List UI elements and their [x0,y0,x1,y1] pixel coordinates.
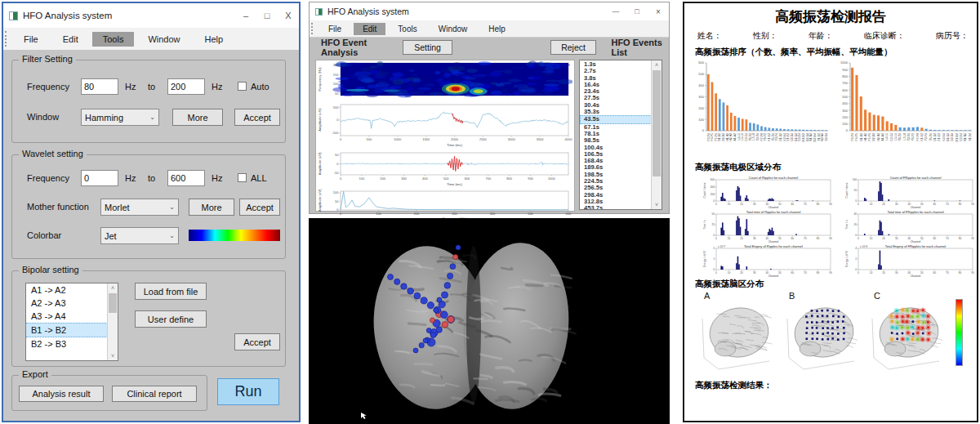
svg-text:F1-F2: F1-F2 [911,133,915,141]
filter-freq-to-input[interactable] [167,78,205,95]
electrode-dot [812,337,814,340]
events-list-scrollbar[interactable]: ˄ ˅ [651,60,662,209]
wavelet-freq-to-input[interactable] [167,170,205,186]
svg-text:10: 10 [870,203,873,206]
scroll-up-icon[interactable]: ˄ [108,283,118,292]
bipolar-channel-list[interactable]: A1 -> A2A2 -> A3A3 -> A4B1 -> B2B2 -> B3… [25,283,118,361]
bipolar-channel-item[interactable]: A2 -> A3 [26,297,108,310]
filter-freq-from-input[interactable] [81,78,118,95]
hfo-event-item[interactable]: 35.3s [580,109,652,115]
user-define-button[interactable]: User define [135,310,207,328]
setting-button[interactable]: Setting [403,40,452,55]
run-button[interactable]: Run [217,378,279,405]
clinical-report-button[interactable]: Clinical report [112,386,197,402]
bipolar-accept-button[interactable]: Accept [234,333,280,350]
scroll-down-icon[interactable]: ˅ [652,200,662,209]
window-select[interactable]: Hamming⌄ [81,109,159,126]
svg-text:400: 400 [842,101,848,105]
scroll-up-icon[interactable]: ˄ [652,60,662,69]
wavelet-freq-from-input[interactable] [81,170,118,186]
scrollbar-thumb[interactable] [109,293,117,313]
electrode-dot [816,310,818,312]
brain-thumb-heatmap [864,294,947,373]
section-result-header: 高频振荡检测结果： [695,380,773,391]
titlebar[interactable]: HFO Analysis system – □ X [3,3,299,29]
chevron-down-icon: ⌄ [169,203,175,211]
svg-text:Amplitude (uV): Amplitude (uV) [318,109,322,132]
menu-item-help[interactable]: Help [194,32,234,47]
svg-text:50: 50 [920,271,924,274]
bipolar-channel-item[interactable]: B2 -> B3 [26,337,108,350]
svg-text:L5-L6: L5-L6 [894,133,898,141]
bipolar-list-scrollbar[interactable]: ˄ ˅ [107,283,118,360]
svg-text:600: 600 [710,178,715,181]
svg-text:1000: 1000 [840,60,849,65]
bipolar-channel-item[interactable]: A1 -> A2 [26,283,108,297]
brain-3d-view[interactable] [309,218,670,424]
frequency-label: Frequency [27,173,69,183]
svg-text:Channel: Channel [768,240,779,243]
menu-item-window[interactable]: Window [430,23,477,35]
electrode-dot [811,327,813,329]
svg-text:50: 50 [920,203,924,206]
svg-text:70: 70 [804,237,807,240]
svg-text:20: 20 [882,203,885,206]
mother-function-select[interactable]: Morlet⌄ [100,199,179,216]
svg-text:S1-S2: S1-S2 [817,133,821,141]
minimize-icon[interactable]: – [235,11,256,20]
load-from-file-button[interactable]: Load from file [135,283,207,300]
bar [864,109,866,131]
svg-text:70: 70 [946,203,949,206]
wavelet-accept-button[interactable]: Accept [239,199,280,216]
scrollbar-thumb[interactable] [653,70,661,176]
electrode-dot [831,333,834,335]
all-checkbox[interactable] [238,173,247,182]
svg-text:N1-N2: N1-N2 [809,133,813,141]
menu-item-edit[interactable]: Edit [354,23,385,35]
hfo-events-list[interactable]: 1.3s2.7s3.8s16.4s23.4s27.5s30.4s35.3s43.… [579,60,662,210]
bar [791,129,793,131]
bar [960,130,962,131]
analysis-result-button[interactable]: Analysis result [19,386,104,402]
menu-item-tools[interactable]: Tools [389,23,425,35]
menu-item-help[interactable]: Help [479,23,514,35]
bipolar-channel-item[interactable]: B1 -> B2 [26,323,108,337]
bar [753,123,755,131]
svg-text:80: 80 [817,271,820,274]
close-icon[interactable]: × [648,7,669,16]
hz-label: Hz [125,173,136,183]
minimize-icon[interactable]: — [605,7,626,16]
scroll-down-icon[interactable]: ˅ [108,351,118,360]
svg-text:400: 400 [490,212,496,216]
reject-button[interactable]: Reject [550,40,597,55]
wavelet-more-button[interactable]: More [189,199,234,216]
electrode-contact [450,264,456,270]
filter-accept-button[interactable]: Accept [234,109,280,126]
bipolar-channel-item[interactable]: A3 -> A4 [26,310,108,323]
hfo-event-item[interactable]: 453.7s [580,205,652,210]
svg-text:F1-F2: F1-F2 [764,133,767,141]
maximize-icon[interactable]: □ [626,7,648,16]
window-title: HFO Analysis system [327,7,409,16]
menu-item-edit[interactable]: Edit [52,32,89,47]
auto-checkbox[interactable] [238,82,247,91]
svg-text:80: 80 [959,271,962,274]
menu-item-window[interactable]: Window [137,32,190,47]
svg-text:-50: -50 [334,171,340,175]
colorbar-select[interactable]: Jet⌄ [100,227,179,244]
svg-text:20: 20 [882,271,885,274]
electrode-contact-active [430,318,435,323]
titlebar[interactable]: HFO Analysis system — □ × [310,2,669,21]
svg-text:60: 60 [791,203,795,206]
svg-text:B1-B2: B1-B2 [860,133,863,141]
svg-text:F3-F4: F3-F4 [775,133,778,141]
electrode-contact [394,279,400,284]
close-icon[interactable]: X [278,11,299,20]
filter-more-button[interactable]: More [172,109,223,126]
svg-text:300: 300 [452,212,457,216]
menu-item-tools[interactable]: Tools [92,32,135,47]
bar [817,130,820,131]
menu-item-file[interactable]: File [319,23,350,35]
maximize-icon[interactable]: □ [256,11,278,20]
menu-item-file[interactable]: File [13,32,49,47]
